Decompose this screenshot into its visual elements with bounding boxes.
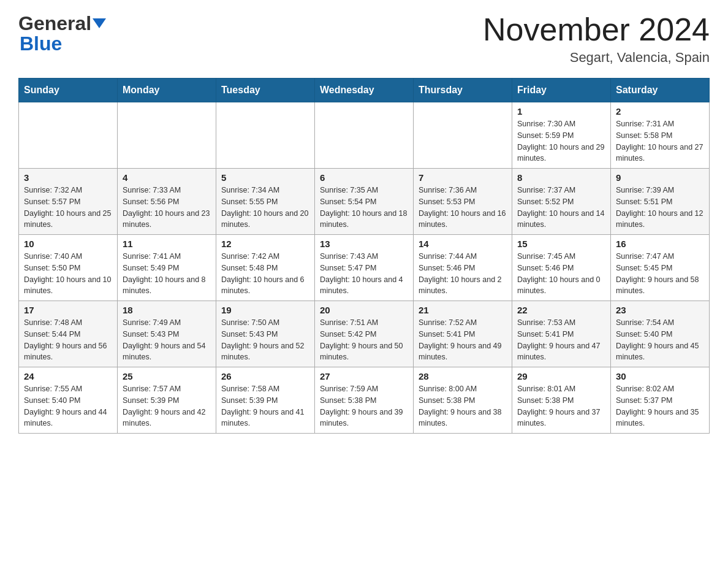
day-info: Sunrise: 7:31 AMSunset: 5:58 PMDaylight:…	[616, 118, 704, 164]
svg-marker-0	[93, 18, 106, 28]
day-number: 10	[24, 239, 112, 249]
day-info: Sunrise: 7:52 AMSunset: 5:41 PMDaylight:…	[419, 317, 507, 363]
calendar-cell: 8Sunrise: 7:37 AMSunset: 5:52 PMDaylight…	[512, 169, 611, 235]
day-info: Sunrise: 7:43 AMSunset: 5:47 PMDaylight:…	[320, 251, 408, 297]
day-number: 2	[616, 106, 704, 117]
calendar-header-row: Sunday Monday Tuesday Wednesday Thursday…	[19, 79, 710, 102]
col-friday: Friday	[512, 79, 611, 102]
col-monday: Monday	[118, 79, 216, 102]
calendar-cell: 26Sunrise: 7:58 AMSunset: 5:39 PMDayligh…	[216, 367, 315, 434]
col-thursday: Thursday	[414, 79, 512, 102]
day-info: Sunrise: 8:01 AMSunset: 5:38 PMDaylight:…	[517, 383, 605, 429]
calendar-cell: 24Sunrise: 7:55 AMSunset: 5:40 PMDayligh…	[19, 367, 118, 434]
day-info: Sunrise: 7:34 AMSunset: 5:55 PMDaylight:…	[221, 185, 309, 231]
page-header: General Blue November 2024 Segart, Valen…	[18, 12, 710, 66]
calendar-cell: 2Sunrise: 7:31 AMSunset: 5:58 PMDaylight…	[611, 102, 710, 169]
day-number: 8	[517, 172, 605, 183]
calendar-cell: 27Sunrise: 7:59 AMSunset: 5:38 PMDayligh…	[315, 367, 414, 434]
day-number: 14	[419, 239, 507, 249]
day-number: 24	[24, 371, 112, 381]
calendar-cell	[315, 102, 414, 169]
day-info: Sunrise: 8:02 AMSunset: 5:37 PMDaylight:…	[616, 383, 704, 429]
day-info: Sunrise: 7:51 AMSunset: 5:42 PMDaylight:…	[320, 317, 408, 363]
calendar-cell: 14Sunrise: 7:44 AMSunset: 5:46 PMDayligh…	[414, 235, 512, 301]
day-number: 28	[419, 371, 507, 381]
calendar-cell: 18Sunrise: 7:49 AMSunset: 5:43 PMDayligh…	[118, 301, 216, 367]
day-number: 15	[517, 239, 605, 249]
day-info: Sunrise: 7:30 AMSunset: 5:59 PMDaylight:…	[517, 118, 605, 164]
calendar-week-row: 10Sunrise: 7:40 AMSunset: 5:50 PMDayligh…	[19, 235, 710, 301]
calendar-cell: 29Sunrise: 8:01 AMSunset: 5:38 PMDayligh…	[512, 367, 611, 434]
calendar-cell	[19, 102, 118, 169]
logo-blue-word: Blue	[20, 33, 62, 55]
day-info: Sunrise: 7:42 AMSunset: 5:48 PMDaylight:…	[221, 251, 309, 297]
col-sunday: Sunday	[19, 79, 118, 102]
calendar-cell: 1Sunrise: 7:30 AMSunset: 5:59 PMDaylight…	[512, 102, 611, 169]
day-info: Sunrise: 7:41 AMSunset: 5:49 PMDaylight:…	[123, 251, 211, 297]
calendar-cell: 3Sunrise: 7:32 AMSunset: 5:57 PMDaylight…	[19, 169, 118, 235]
calendar-cell: 28Sunrise: 8:00 AMSunset: 5:38 PMDayligh…	[414, 367, 512, 434]
calendar-week-row: 3Sunrise: 7:32 AMSunset: 5:57 PMDaylight…	[19, 169, 710, 235]
calendar-cell: 23Sunrise: 7:54 AMSunset: 5:40 PMDayligh…	[611, 301, 710, 367]
day-number: 13	[320, 239, 408, 249]
day-info: Sunrise: 7:37 AMSunset: 5:52 PMDaylight:…	[517, 185, 605, 231]
calendar-cell	[216, 102, 315, 169]
day-number: 27	[320, 371, 408, 381]
calendar-cell: 30Sunrise: 8:02 AMSunset: 5:37 PMDayligh…	[611, 367, 710, 434]
day-info: Sunrise: 7:53 AMSunset: 5:41 PMDaylight:…	[517, 317, 605, 363]
logo: General Blue	[18, 12, 106, 55]
logo-general-word: General	[18, 12, 91, 35]
calendar-cell: 20Sunrise: 7:51 AMSunset: 5:42 PMDayligh…	[315, 301, 414, 367]
day-number: 11	[123, 239, 211, 249]
calendar-week-row: 1Sunrise: 7:30 AMSunset: 5:59 PMDaylight…	[19, 102, 710, 169]
day-info: Sunrise: 7:49 AMSunset: 5:43 PMDaylight:…	[123, 317, 211, 363]
day-number: 22	[517, 305, 605, 315]
calendar-cell: 5Sunrise: 7:34 AMSunset: 5:55 PMDaylight…	[216, 169, 315, 235]
day-number: 30	[616, 371, 704, 381]
day-info: Sunrise: 7:39 AMSunset: 5:51 PMDaylight:…	[616, 185, 704, 231]
month-title: November 2024	[483, 12, 710, 47]
day-number: 23	[616, 305, 704, 315]
day-info: Sunrise: 7:45 AMSunset: 5:46 PMDaylight:…	[517, 251, 605, 297]
calendar-cell: 10Sunrise: 7:40 AMSunset: 5:50 PMDayligh…	[19, 235, 118, 301]
calendar-cell: 9Sunrise: 7:39 AMSunset: 5:51 PMDaylight…	[611, 169, 710, 235]
day-number: 19	[221, 305, 309, 315]
calendar-cell: 13Sunrise: 7:43 AMSunset: 5:47 PMDayligh…	[315, 235, 414, 301]
day-info: Sunrise: 7:35 AMSunset: 5:54 PMDaylight:…	[320, 185, 408, 231]
col-saturday: Saturday	[611, 79, 710, 102]
calendar-week-row: 24Sunrise: 7:55 AMSunset: 5:40 PMDayligh…	[19, 367, 710, 434]
col-wednesday: Wednesday	[315, 79, 414, 102]
day-number: 5	[221, 172, 309, 183]
day-number: 29	[517, 371, 605, 381]
location-title: Segart, Valencia, Spain	[483, 50, 710, 66]
day-info: Sunrise: 7:44 AMSunset: 5:46 PMDaylight:…	[419, 251, 507, 297]
calendar-cell	[118, 102, 216, 169]
day-info: Sunrise: 7:50 AMSunset: 5:43 PMDaylight:…	[221, 317, 309, 363]
calendar-cell: 17Sunrise: 7:48 AMSunset: 5:44 PMDayligh…	[19, 301, 118, 367]
day-number: 3	[24, 172, 112, 183]
calendar-cell: 21Sunrise: 7:52 AMSunset: 5:41 PMDayligh…	[414, 301, 512, 367]
logo-triangle-icon	[93, 16, 106, 29]
day-number: 25	[123, 371, 211, 381]
calendar-table: Sunday Monday Tuesday Wednesday Thursday…	[18, 78, 710, 434]
calendar-cell: 19Sunrise: 7:50 AMSunset: 5:43 PMDayligh…	[216, 301, 315, 367]
day-number: 18	[123, 305, 211, 315]
day-info: Sunrise: 7:32 AMSunset: 5:57 PMDaylight:…	[24, 185, 112, 231]
day-number: 17	[24, 305, 112, 315]
calendar-cell: 15Sunrise: 7:45 AMSunset: 5:46 PMDayligh…	[512, 235, 611, 301]
calendar-body: 1Sunrise: 7:30 AMSunset: 5:59 PMDaylight…	[19, 102, 710, 434]
day-number: 16	[616, 239, 704, 249]
day-number: 26	[221, 371, 309, 381]
day-info: Sunrise: 7:47 AMSunset: 5:45 PMDaylight:…	[616, 251, 704, 297]
day-number: 9	[616, 172, 704, 183]
calendar-cell: 12Sunrise: 7:42 AMSunset: 5:48 PMDayligh…	[216, 235, 315, 301]
calendar-cell	[414, 102, 512, 169]
day-number: 21	[419, 305, 507, 315]
day-number: 6	[320, 172, 408, 183]
calendar-cell: 25Sunrise: 7:57 AMSunset: 5:39 PMDayligh…	[118, 367, 216, 434]
day-info: Sunrise: 7:48 AMSunset: 5:44 PMDaylight:…	[24, 317, 112, 363]
day-info: Sunrise: 8:00 AMSunset: 5:38 PMDaylight:…	[419, 383, 507, 429]
day-number: 4	[123, 172, 211, 183]
col-tuesday: Tuesday	[216, 79, 315, 102]
calendar-week-row: 17Sunrise: 7:48 AMSunset: 5:44 PMDayligh…	[19, 301, 710, 367]
